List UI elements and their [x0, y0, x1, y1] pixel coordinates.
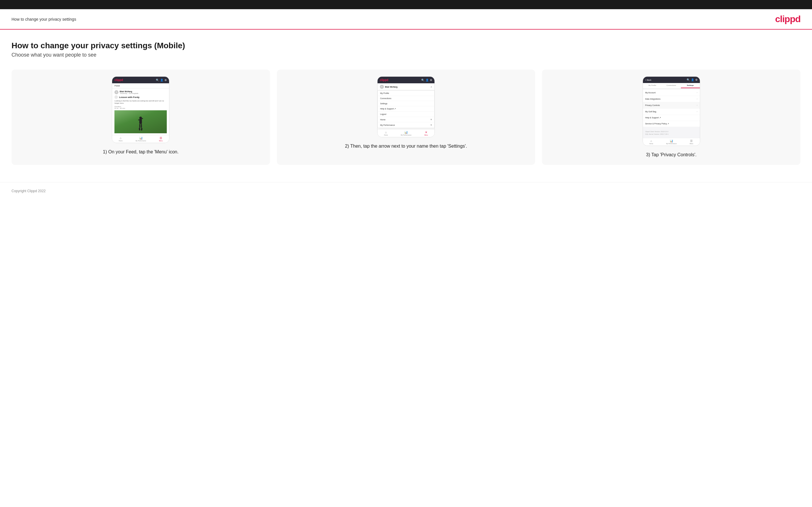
menu-dropdown: My Profile Connections Settings Help & S…: [377, 91, 435, 128]
feed-user-info: Blair McHarg Yesterday · Sunningdale: [119, 91, 138, 94]
feed-user-row: B Blair McHarg Yesterday · Sunningdale: [114, 90, 167, 94]
lesson-icon: [114, 95, 118, 99]
settings-row-my-account[interactable]: My Account ›: [643, 90, 700, 96]
step-3-card: < Back 🔍 👤 ⚙ My Profile Connections Sett…: [542, 69, 801, 165]
menu-item-settings[interactable]: Settings: [378, 101, 434, 106]
step-2-phone: clippd 🔍 👤 ⚙ B Blair McHarg ∧ My Profile…: [377, 76, 435, 137]
phone-icons-2: 🔍 👤 ⚙: [421, 79, 432, 81]
step-2-description: 2) Then, tap the arrow next to your name…: [345, 143, 467, 149]
feed-username: Blair McHarg: [119, 91, 138, 93]
version-info: Clippd Client Version: 2022.8.3-3 GQL Se…: [643, 128, 700, 138]
main-content: How to change your privacy settings (Mob…: [0, 30, 812, 182]
settings-list: My Account › Data Integrations › Privacy…: [643, 90, 700, 127]
menu-item-help[interactable]: Help & Support ↗: [378, 106, 434, 112]
phone-bottom-nav-1: ⌂ Home 📊 My Performance ☰ Menu: [112, 135, 169, 143]
menu-item-profile[interactable]: My Profile: [378, 91, 434, 96]
chevron-down-icon-2: ∨: [430, 124, 432, 126]
feed-post-text: Looking to feel like my hands are exitin…: [114, 100, 167, 105]
menu-user-row: B Blair McHarg ∧: [377, 83, 435, 91]
copyright-text: Copyright Clippd 2022: [11, 189, 46, 193]
svg-rect-3: [140, 124, 141, 128]
phone-nav-1: clippd 🔍 👤 ⚙: [112, 77, 169, 83]
page-subtitle: Choose what you want people to see: [11, 52, 801, 58]
chevron-right-icon-2: ›: [697, 98, 698, 100]
svg-rect-6: [141, 128, 142, 130]
feed-lesson-row: Lesson with Fordy: [114, 95, 167, 99]
avatar: B: [114, 90, 118, 94]
settings-row-privacy-policy[interactable]: Service & Privacy Policy ↗: [643, 121, 700, 127]
header-title: How to change your privacy settings: [11, 17, 76, 21]
nav-home-label-1: Home: [119, 140, 122, 142]
menu-section-home: Home ∨: [378, 117, 434, 122]
top-bar: [0, 0, 812, 9]
user-icon: 👤: [160, 79, 163, 81]
nav-home-1: ⌂ Home: [119, 136, 122, 142]
home-icon: ⌂: [120, 136, 121, 139]
nav-performance-2: 📊 My Performance: [401, 131, 411, 136]
footer: Copyright Clippd 2022: [0, 182, 812, 199]
phone-nav-2: clippd 🔍 👤 ⚙: [377, 77, 435, 83]
chevron-up-icon: ∧: [430, 86, 432, 88]
settings-row-data-integrations[interactable]: Data Integrations ›: [643, 96, 700, 102]
steps-container: clippd 🔍 👤 ⚙ Feed B Blair: [11, 69, 801, 165]
settings-row-help-support[interactable]: Help & Support ↗: [643, 115, 700, 121]
nav-performance-label-1: My Performance: [136, 140, 146, 142]
phone-icons-3: 🔍 👤 ⚙: [687, 78, 698, 81]
nav-menu-label-3: Menu: [690, 143, 694, 145]
menu-section-performance: My Performance ∨: [378, 122, 434, 128]
home-icon-3: ⌂: [650, 139, 652, 143]
settings-back-bar: < Back 🔍 👤 ⚙: [643, 77, 700, 83]
phone-icons-1: 🔍 👤 ⚙: [156, 79, 167, 81]
phone-logo-2: clippd: [380, 78, 388, 81]
lesson-title: Lesson with Fordy: [119, 96, 140, 99]
performance-icon-2: 📊: [404, 131, 408, 134]
nav-home-2: ⌂ Home: [384, 131, 388, 136]
tab-my-profile[interactable]: My Profile: [643, 83, 662, 88]
step-1-card: clippd 🔍 👤 ⚙ Feed B Blair: [11, 69, 270, 165]
nav-performance-label-2: My Performance: [401, 134, 411, 136]
chevron-right-icon: ›: [697, 91, 698, 94]
page-title: How to change your privacy settings (Mob…: [11, 41, 801, 50]
settings-icon-2: ⚙: [430, 79, 432, 81]
step-2-card: clippd 🔍 👤 ⚙ B Blair McHarg ∧ My Profile…: [277, 69, 536, 165]
search-icon: 🔍: [156, 79, 159, 81]
settings-row-privacy-controls[interactable]: Privacy Controls ›: [643, 102, 700, 109]
chevron-right-icon-4: ›: [697, 110, 698, 113]
nav-performance-1: 📊 My Performance: [136, 136, 146, 142]
settings-tabs: My Profile Connections Settings: [643, 83, 700, 89]
nav-menu-3: ☰ Menu: [690, 139, 694, 145]
menu-item-logout[interactable]: Logout: [378, 112, 434, 117]
nav-home-label-3: Home: [649, 143, 653, 145]
menu-icon-3: ☰: [690, 139, 693, 143]
avatar-2: B: [380, 85, 384, 89]
menu-item-connections[interactable]: Connections: [378, 96, 434, 101]
step-1-description: 1) On your Feed, tap the 'Menu' icon.: [103, 149, 179, 155]
step-3-phone: < Back 🔍 👤 ⚙ My Profile Connections Sett…: [643, 76, 700, 146]
menu-username: Blair McHarg: [385, 86, 429, 88]
user-icon-3: 👤: [691, 78, 694, 81]
golf-figure: [136, 117, 145, 131]
chevron-right-icon-3: ›: [697, 104, 698, 107]
chevron-down-icon: ∨: [430, 118, 432, 121]
phone-logo-1: clippd: [114, 78, 123, 81]
nav-menu-label-2: Menu: [424, 134, 428, 136]
nav-performance-label-3: My Performance: [666, 143, 677, 145]
feed-post: B Blair McHarg Yesterday · Sunningdale L…: [112, 89, 169, 135]
nav-menu-1: ☰ Menu: [159, 136, 163, 142]
tab-connections[interactable]: Connections: [662, 83, 681, 88]
nav-home-3: ⌂ Home: [649, 139, 653, 145]
feed-date: Yesterday · Sunningdale: [119, 93, 138, 94]
step-3-description: 3) Tap 'Privacy Controls'.: [646, 152, 697, 158]
back-button[interactable]: < Back: [645, 79, 652, 81]
golf-image: [114, 110, 167, 133]
settings-row-golf-bag[interactable]: My Golf Bag ›: [643, 109, 700, 115]
performance-icon-3: 📊: [670, 139, 673, 143]
tab-settings[interactable]: Settings: [681, 83, 700, 88]
logo: clippd: [775, 14, 801, 24]
phone-bottom-nav-3: ⌂ Home 📊 My Performance ☰ Menu: [643, 138, 700, 146]
settings-icon-3: ⚙: [695, 78, 698, 81]
search-icon-2: 🔍: [421, 79, 424, 81]
feed-label: Feed: [112, 83, 169, 89]
performance-icon: 📊: [139, 136, 143, 139]
search-icon-3: 🔍: [687, 78, 690, 81]
